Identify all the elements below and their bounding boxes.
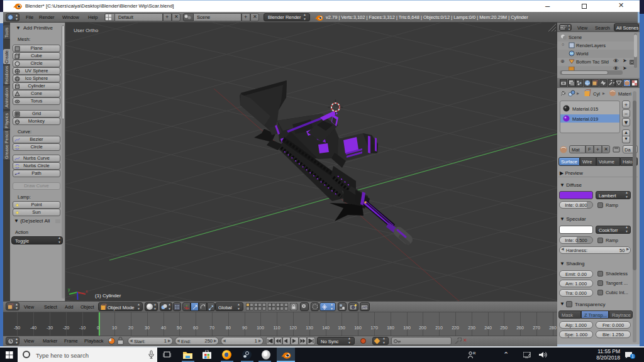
svg-text:x: x bbox=[86, 289, 88, 293]
svg-text:R: R bbox=[473, 351, 476, 355]
svg-text:y: y bbox=[68, 287, 70, 292]
